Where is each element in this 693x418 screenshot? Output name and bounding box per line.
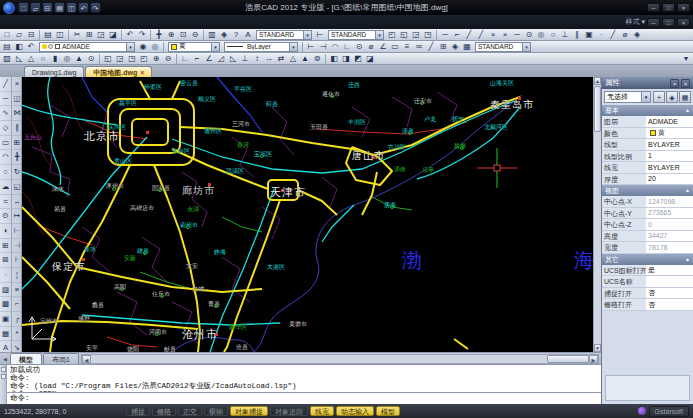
canvas-horizontal-scrollbar[interactable]: ◀ ▶ [81,354,599,364]
status-toggle[interactable]: 捕捉 [126,406,150,416]
line-icon[interactable]: ╱ [0,77,11,92]
status-toggle[interactable]: 对象追踪 [270,406,308,416]
open-icon[interactable]: ▱ [13,29,25,40]
zoom-scale-icon[interactable]: ◳ [126,53,138,64]
properties-icon[interactable]: ▥ [206,29,218,40]
style-menu[interactable]: 样式 [625,17,639,27]
save-icon[interactable]: ⊟ [25,29,37,40]
close-icon[interactable]: × [681,79,690,88]
property-value[interactable]: 78178 [646,242,693,253]
redo-icon[interactable]: ↷ [136,29,148,40]
zoom-realtime-icon[interactable]: ⊕ [165,29,177,40]
snap-from-icon[interactable]: ⌐ [451,29,463,40]
ucs-apply-icon[interactable]: ⊚ [311,53,323,64]
circle-icon[interactable]: ○ [0,165,11,180]
move-icon[interactable]: ╋ [12,150,23,165]
table-icon[interactable]: ▦ [0,327,11,342]
tolerance-icon[interactable]: ⊞ [437,41,449,52]
layer-combo[interactable]: ADMADE ▾ [39,42,135,52]
snap-nearest-icon[interactable]: ╱ [607,29,619,40]
make-layer-current-icon[interactable]: ◉ [137,41,149,52]
command-input[interactable]: 命令: [7,392,601,404]
property-value[interactable]: 否 [646,288,693,299]
color-combo[interactable]: 黄 ▾ [168,42,220,52]
spline-icon[interactable]: ≈ [0,195,11,210]
chevron-down-icon[interactable]: ▾ [522,43,530,51]
dim-update-icon[interactable]: ▦ [461,41,473,52]
region-icon[interactable]: ▣ [0,312,11,327]
arc-icon[interactable]: ◠ [0,150,11,165]
array-icon[interactable]: ⊞ [12,136,23,151]
command-grip-button[interactable] [1,367,6,372]
child-close-button[interactable]: × [677,18,690,27]
snap-perpendicular-icon[interactable]: ⊥ [559,29,571,40]
gradient-icon[interactable]: ▩ [0,297,11,312]
trim-icon[interactable]: ⊢ [12,224,23,239]
hatch-icon[interactable]: ▨ [0,283,11,298]
command-window-grip[interactable] [0,365,7,404]
shade-icon[interactable]: ◲ [410,29,422,40]
property-value[interactable]: 是 [646,265,693,276]
temporary-track-point-icon[interactable]: ─ [439,29,451,40]
collapse-icon[interactable]: ▲ [685,185,690,196]
orbit-icon[interactable]: ◳ [422,29,434,40]
copy-icon[interactable]: ⊞ [83,29,95,40]
ucs-face-icon[interactable]: ◿ [215,53,227,64]
chevron-down-icon[interactable]: ▾ [375,31,383,39]
property-value[interactable]: BYLAYER [646,162,693,173]
ucs-z-axis-icon[interactable]: ↕ [251,53,263,64]
property-value[interactable]: 1247098 [646,196,693,207]
status-toggle[interactable]: 栅格 [152,406,176,416]
dim-continue-icon[interactable]: ═ [413,41,425,52]
design-center-icon[interactable]: ◈ [218,29,230,40]
ucs-z-icon[interactable]: △ [287,53,299,64]
status-toggle[interactable]: 正交 [178,406,202,416]
quick-select-icon[interactable]: ▦ [679,91,691,103]
collapse-icon[interactable]: ▲ [685,105,690,116]
app-logo-icon[interactable] [3,2,15,14]
save-icon[interactable]: ⊟ [42,2,53,13]
selection-combo[interactable]: 无选择 ▾ [604,91,651,103]
snap-midpoint-icon[interactable]: ╱ [475,29,487,40]
scroll-down-icon[interactable]: ▼ [594,344,601,352]
properties-section-header[interactable]: 视图▲ [602,185,693,196]
make-block-icon[interactable]: ⊠ [0,253,11,268]
layer-states-icon[interactable]: ◧ [13,41,25,52]
status-toggle[interactable]: 模型 [376,406,400,416]
solid-cone-icon[interactable]: △ [25,53,37,64]
scroll-right-icon[interactable]: ▶ [589,355,598,363]
dim-style-combo-2[interactable]: STANDARD ▾ [475,42,531,52]
status-toggle[interactable]: 线宽 [310,406,334,416]
scroll-up-icon[interactable]: ▲ [594,77,601,85]
solid-box-icon[interactable]: ▧ [1,53,13,64]
erase-icon[interactable]: × [12,77,23,92]
snap-extension-icon[interactable]: ─ [511,29,523,40]
cut-icon[interactable]: ✂ [71,29,83,40]
properties-section-header[interactable]: 其它▲ [602,254,693,265]
mapping-icon[interactable]: ◪ [364,53,376,64]
plot-icon[interactable]: ▤ [42,29,54,40]
dim-arc-length-icon[interactable]: ◠ [329,41,341,52]
layout-tab-model[interactable]: 模型 [10,353,42,364]
polyline-icon[interactable]: ∿ [0,106,11,121]
status-toggle[interactable]: 极轴 [204,406,228,416]
print-preview-icon[interactable]: ◫ [54,29,66,40]
ucs-origin-icon[interactable]: ⊥ [239,53,251,64]
match-properties-icon[interactable]: ◪ [107,29,119,40]
print-preview-icon[interactable]: ◫ [66,2,77,13]
zoom-window-icon[interactable]: ◱ [102,53,114,64]
help-icon[interactable]: ? [230,29,242,40]
dim-baseline-icon[interactable]: ≡ [401,41,413,52]
dim-angular-icon[interactable]: ∠ [377,41,389,52]
property-value[interactable]: 1 [646,151,693,162]
select-objects-icon[interactable]: ◈ [666,91,678,103]
solid-pyramid-icon[interactable]: ▲ [73,53,85,64]
named-view-icon[interactable]: ◰ [386,29,398,40]
document-tab[interactable]: Drawing1.dwg [24,66,84,77]
solid-torus-icon[interactable]: ◎ [61,53,73,64]
chevron-down-icon[interactable]: ▾ [126,43,134,51]
viewport-icon[interactable]: ◱ [398,29,410,40]
property-value[interactable]: 20 [646,174,693,185]
toolbar-overflow-icon[interactable]: ▾ [680,53,692,64]
redo-icon[interactable]: ↷ [90,2,101,13]
